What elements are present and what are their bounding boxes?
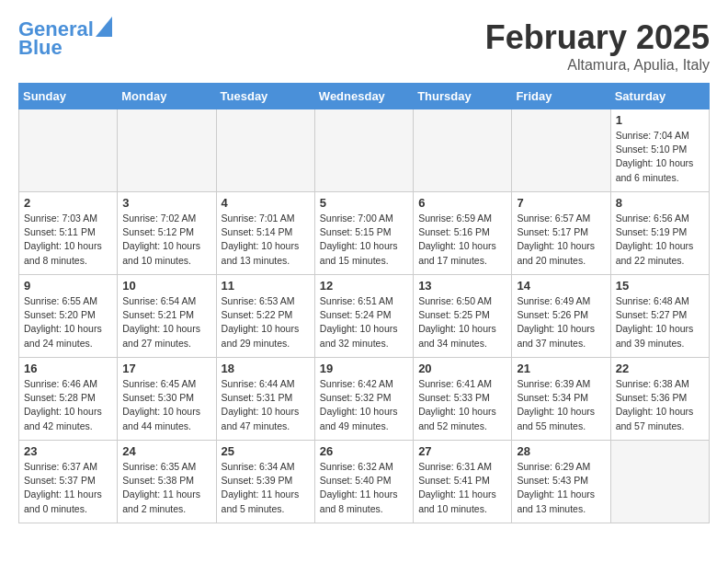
day-info: Sunrise: 6:34 AM Sunset: 5:39 PM Dayligh… <box>222 460 310 516</box>
day-info: Sunrise: 6:54 AM Sunset: 5:21 PM Dayligh… <box>122 294 210 350</box>
day-info: Sunrise: 7:04 AM Sunset: 5:10 PM Dayligh… <box>616 129 704 185</box>
calendar-day-cell: 4Sunrise: 7:01 AM Sunset: 5:14 PM Daylig… <box>216 192 314 275</box>
day-info: Sunrise: 6:56 AM Sunset: 5:19 PM Dayligh… <box>616 212 704 268</box>
title-block: February 2025 Altamura, Apulia, Italy <box>485 18 710 74</box>
day-number: 22 <box>616 362 704 375</box>
day-info: Sunrise: 6:49 AM Sunset: 5:26 PM Dayligh… <box>517 294 605 350</box>
day-info: Sunrise: 6:48 AM Sunset: 5:27 PM Dayligh… <box>616 294 704 350</box>
day-number: 10 <box>122 279 210 293</box>
calendar-day-cell: 26Sunrise: 6:32 AM Sunset: 5:40 PM Dayli… <box>314 441 413 523</box>
day-number: 1 <box>616 113 704 127</box>
calendar-day-cell: 14Sunrise: 6:49 AM Sunset: 5:26 PM Dayli… <box>512 275 610 358</box>
calendar-day-cell <box>414 109 512 192</box>
calendar-day-cell: 7Sunrise: 6:57 AM Sunset: 5:17 PM Daylig… <box>512 192 610 275</box>
calendar-subtitle: Altamura, Apulia, Italy <box>485 57 710 74</box>
calendar-day-cell: 12Sunrise: 6:51 AM Sunset: 5:24 PM Dayli… <box>314 275 413 358</box>
calendar-table: SundayMondayTuesdayWednesdayThursdayFrid… <box>18 83 710 523</box>
calendar-title: February 2025 <box>485 18 710 57</box>
day-number: 9 <box>24 279 112 293</box>
weekday-header-tuesday: Tuesday <box>216 84 314 109</box>
day-info: Sunrise: 6:44 AM Sunset: 5:31 PM Dayligh… <box>222 377 310 433</box>
day-info: Sunrise: 6:37 AM Sunset: 5:37 PM Dayligh… <box>24 460 112 516</box>
day-info: Sunrise: 6:32 AM Sunset: 5:40 PM Dayligh… <box>320 460 408 516</box>
day-info: Sunrise: 6:45 AM Sunset: 5:30 PM Dayligh… <box>122 377 210 433</box>
day-info: Sunrise: 6:55 AM Sunset: 5:20 PM Dayligh… <box>24 294 112 350</box>
calendar-day-cell: 27Sunrise: 6:31 AM Sunset: 5:41 PM Dayli… <box>414 441 512 523</box>
calendar-day-cell: 2Sunrise: 7:03 AM Sunset: 5:11 PM Daylig… <box>19 192 118 275</box>
day-number: 26 <box>320 444 408 458</box>
calendar-day-cell: 3Sunrise: 7:02 AM Sunset: 5:12 PM Daylig… <box>118 192 216 275</box>
calendar-day-cell: 5Sunrise: 7:00 AM Sunset: 5:15 PM Daylig… <box>314 192 413 275</box>
page-header: General Blue February 2025 Altamura, Apu… <box>18 18 710 74</box>
day-info: Sunrise: 7:02 AM Sunset: 5:12 PM Dayligh… <box>122 212 210 268</box>
calendar-day-cell: 18Sunrise: 6:44 AM Sunset: 5:31 PM Dayli… <box>216 358 314 441</box>
day-number: 23 <box>24 444 112 458</box>
logo-blue-text: Blue <box>18 37 63 59</box>
weekday-header-row: SundayMondayTuesdayWednesdayThursdayFrid… <box>19 84 710 109</box>
day-number: 21 <box>517 362 605 375</box>
calendar-day-cell: 22Sunrise: 6:38 AM Sunset: 5:36 PM Dayli… <box>610 358 709 441</box>
calendar-day-cell: 19Sunrise: 6:42 AM Sunset: 5:32 PM Dayli… <box>314 358 413 441</box>
day-info: Sunrise: 6:59 AM Sunset: 5:16 PM Dayligh… <box>418 212 506 268</box>
day-info: Sunrise: 6:50 AM Sunset: 5:25 PM Dayligh… <box>418 294 506 350</box>
day-number: 7 <box>517 196 605 210</box>
day-number: 8 <box>616 196 704 210</box>
day-number: 19 <box>320 362 408 375</box>
day-info: Sunrise: 6:42 AM Sunset: 5:32 PM Dayligh… <box>320 377 408 433</box>
calendar-day-cell: 6Sunrise: 6:59 AM Sunset: 5:16 PM Daylig… <box>414 192 512 275</box>
day-number: 24 <box>122 444 210 458</box>
day-number: 2 <box>24 196 112 210</box>
day-info: Sunrise: 6:35 AM Sunset: 5:38 PM Dayligh… <box>122 460 210 516</box>
calendar-day-cell <box>216 109 314 192</box>
day-number: 18 <box>222 362 310 375</box>
day-number: 6 <box>418 196 506 210</box>
calendar-day-cell <box>512 109 610 192</box>
weekday-header-saturday: Saturday <box>610 84 709 109</box>
calendar-day-cell: 20Sunrise: 6:41 AM Sunset: 5:33 PM Dayli… <box>414 358 512 441</box>
day-info: Sunrise: 7:01 AM Sunset: 5:14 PM Dayligh… <box>222 212 310 268</box>
day-number: 12 <box>320 279 408 293</box>
day-info: Sunrise: 6:29 AM Sunset: 5:43 PM Dayligh… <box>517 460 605 516</box>
weekday-header-sunday: Sunday <box>19 84 118 109</box>
calendar-day-cell: 28Sunrise: 6:29 AM Sunset: 5:43 PM Dayli… <box>512 441 610 523</box>
day-info: Sunrise: 7:03 AM Sunset: 5:11 PM Dayligh… <box>24 212 112 268</box>
weekday-header-thursday: Thursday <box>414 84 512 109</box>
day-info: Sunrise: 6:46 AM Sunset: 5:28 PM Dayligh… <box>24 377 112 433</box>
day-info: Sunrise: 6:51 AM Sunset: 5:24 PM Dayligh… <box>320 294 408 350</box>
day-number: 13 <box>418 279 506 293</box>
calendar-day-cell: 8Sunrise: 6:56 AM Sunset: 5:19 PM Daylig… <box>610 192 709 275</box>
calendar-day-cell <box>118 109 216 192</box>
svg-marker-0 <box>96 17 112 37</box>
calendar-week-row: 1Sunrise: 7:04 AM Sunset: 5:10 PM Daylig… <box>19 109 710 192</box>
day-number: 28 <box>517 444 605 458</box>
day-info: Sunrise: 6:57 AM Sunset: 5:17 PM Dayligh… <box>517 212 605 268</box>
day-info: Sunrise: 6:53 AM Sunset: 5:22 PM Dayligh… <box>222 294 310 350</box>
day-number: 5 <box>320 196 408 210</box>
calendar-day-cell: 16Sunrise: 6:46 AM Sunset: 5:28 PM Dayli… <box>19 358 118 441</box>
weekday-header-wednesday: Wednesday <box>314 84 413 109</box>
day-number: 11 <box>222 279 310 293</box>
calendar-day-cell: 10Sunrise: 6:54 AM Sunset: 5:21 PM Dayli… <box>118 275 216 358</box>
logo: General Blue <box>18 18 112 59</box>
calendar-day-cell: 9Sunrise: 6:55 AM Sunset: 5:20 PM Daylig… <box>19 275 118 358</box>
day-info: Sunrise: 6:39 AM Sunset: 5:34 PM Dayligh… <box>517 377 605 433</box>
calendar-day-cell: 11Sunrise: 6:53 AM Sunset: 5:22 PM Dayli… <box>216 275 314 358</box>
calendar-week-row: 23Sunrise: 6:37 AM Sunset: 5:37 PM Dayli… <box>19 441 710 523</box>
calendar-day-cell <box>19 109 118 192</box>
calendar-day-cell: 23Sunrise: 6:37 AM Sunset: 5:37 PM Dayli… <box>19 441 118 523</box>
day-number: 16 <box>24 362 112 375</box>
day-number: 15 <box>616 279 704 293</box>
weekday-header-friday: Friday <box>512 84 610 109</box>
day-number: 17 <box>122 362 210 375</box>
day-info: Sunrise: 7:00 AM Sunset: 5:15 PM Dayligh… <box>320 212 408 268</box>
calendar-day-cell <box>610 441 709 523</box>
day-number: 20 <box>418 362 506 375</box>
calendar-day-cell: 17Sunrise: 6:45 AM Sunset: 5:30 PM Dayli… <box>118 358 216 441</box>
calendar-day-cell: 21Sunrise: 6:39 AM Sunset: 5:34 PM Dayli… <box>512 358 610 441</box>
day-number: 3 <box>122 196 210 210</box>
day-number: 25 <box>222 444 310 458</box>
calendar-day-cell: 13Sunrise: 6:50 AM Sunset: 5:25 PM Dayli… <box>414 275 512 358</box>
logo-arrow-icon <box>96 17 112 37</box>
calendar-day-cell: 25Sunrise: 6:34 AM Sunset: 5:39 PM Dayli… <box>216 441 314 523</box>
day-info: Sunrise: 6:41 AM Sunset: 5:33 PM Dayligh… <box>418 377 506 433</box>
